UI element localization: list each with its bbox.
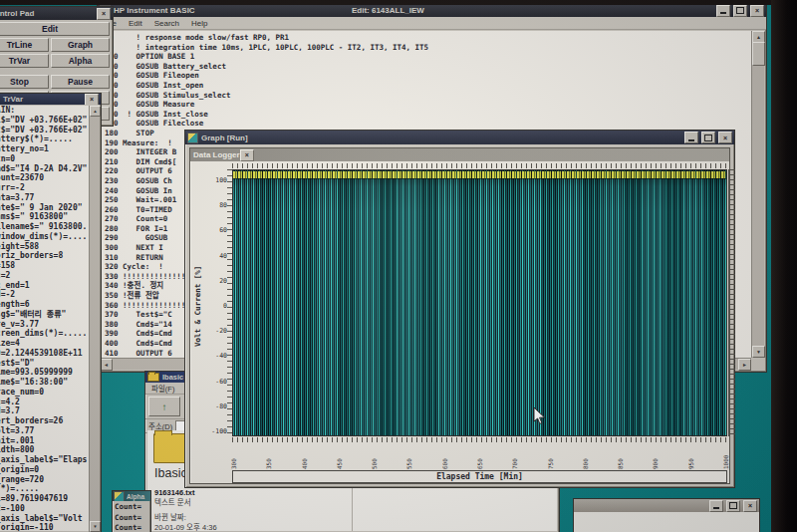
- alpha-button[interactable]: Alpha: [51, 54, 110, 68]
- x-tick-label: 350: [265, 443, 272, 469]
- folder-up-icon: ↑: [162, 401, 167, 412]
- graph-window: Graph [Run] × Data Logger × Volt & Curre…: [184, 130, 735, 488]
- maximize-button[interactable]: [733, 5, 747, 17]
- variable-line: X_origin=0: [0, 465, 89, 475]
- scroll-down-icon[interactable]: ▼: [752, 346, 765, 358]
- code-line: 110 GOSUB Battery_select: [105, 62, 751, 72]
- variable-line: Pre_v=3.77: [0, 320, 89, 330]
- x-tick-label: 650: [476, 443, 483, 469]
- y-tick-label: 100: [215, 177, 227, 183]
- graph-app-icon: [187, 133, 198, 143]
- background-window-titlebar: ×: [574, 499, 759, 512]
- y-tick-label: -100: [211, 428, 227, 434]
- variable-line: Test$="D": [0, 359, 89, 369]
- variable-line: Length=6: [0, 300, 89, 310]
- scroll-down-icon[interactable]: ▼: [90, 521, 101, 532]
- close-button[interactable]: ×: [97, 8, 111, 20]
- close-icon: ×: [102, 10, 106, 17]
- trvar-title: TrVar: [3, 95, 23, 104]
- maximize-button[interactable]: [726, 500, 740, 512]
- variable-line: A2$="DV +03.766E+02": [0, 126, 89, 135]
- selected-file-name: 9163146.txt: [154, 488, 217, 498]
- menu-item[interactable]: Search: [148, 19, 185, 28]
- x-tick-marks: [232, 437, 727, 442]
- alpha-output: Count=Count=Count=: [113, 501, 150, 532]
- graph-title: Graph [Run]: [201, 133, 248, 142]
- data-logger-title: Data Logger: [193, 150, 240, 159]
- scroll-right-icon[interactable]: ►: [738, 359, 751, 371]
- menu-item-file[interactable]: 파일(F): [145, 383, 180, 394]
- maximize-icon: [704, 134, 712, 141]
- monitor-bezel-right: [771, 0, 797, 532]
- menu-item[interactable]: Help: [185, 19, 213, 28]
- voltage-trace: [233, 171, 726, 178]
- x-tick-label: 900: [652, 443, 659, 469]
- data-logger-window: Data Logger × Volt & Current [%] 1008060…: [189, 147, 730, 484]
- editor-vertical-scrollbar[interactable]: ▲ ▼: [751, 31, 764, 358]
- minimize-button[interactable]: [709, 500, 723, 512]
- x-axis-label: Elapsed Time [Min]: [232, 470, 727, 483]
- variable-line: Msg$="배터리 종류": [0, 310, 89, 320]
- monitor-screen: HP Instrument BASIC Edit: 6143ALL_IEW × …: [0, 0, 797, 532]
- minimize-button[interactable]: [716, 5, 730, 17]
- scroll-up-icon[interactable]: ▲: [90, 106, 101, 117]
- variable-line: Y_origin=-110: [0, 523, 89, 531]
- trvar-scrollbar[interactable]: ▲ ▼: [89, 106, 100, 532]
- variable-line: Count=23670: [0, 173, 89, 183]
- code-line: 120 GOSUB Fileopen: [105, 71, 751, 81]
- variable-line: I=158: [0, 261, 89, 271]
- folder-up-button[interactable]: ↑: [148, 397, 180, 416]
- maximize-button[interactable]: [701, 132, 715, 143]
- alpha-line: Count=: [115, 502, 148, 513]
- close-button[interactable]: ×: [750, 5, 764, 17]
- minimize-icon: [720, 12, 726, 14]
- code-line: 80 ! response mode slow/fast RP0, PR1: [105, 33, 751, 43]
- variable-line: Width=800: [0, 445, 89, 455]
- trvar-window: TrVar × MAIN:A1$="DV +03.766E+02"A2$="DV…: [0, 93, 102, 532]
- graph-button[interactable]: Graph: [51, 38, 110, 52]
- variable-line: A1$="DV +03.766E+02": [0, 116, 89, 126]
- close-button[interactable]: ×: [743, 500, 757, 512]
- scrollbar-thumb[interactable]: [752, 42, 765, 66]
- trvar-button[interactable]: TrVar: [0, 54, 49, 68]
- variable-list[interactable]: MAIN:A1$="DV +03.766E+02"A2$="DV +03.766…: [0, 106, 89, 531]
- y-tick-label: 80: [219, 202, 227, 208]
- variable-line: T0=2.1244539108E+11: [0, 349, 89, 359]
- close-button[interactable]: ×: [85, 94, 99, 105]
- variable-line: Date$=" 9 Jan 2020": [0, 203, 89, 213]
- data-logger-titlebar: Data Logger ×: [190, 148, 729, 161]
- y-tick-label: 20: [219, 278, 227, 284]
- minimize-icon: [688, 139, 694, 141]
- spacer: [0, 70, 110, 73]
- y-tick-label: -20: [215, 328, 227, 334]
- variable-line: Height=588: [0, 242, 89, 252]
- y-tick-label: 40: [219, 253, 227, 259]
- close-button[interactable]: ×: [240, 149, 254, 161]
- selected-file-changed-label: 바뀐 날짜:: [154, 513, 217, 523]
- edit-button[interactable]: Edit: [0, 22, 110, 36]
- pause-button[interactable]: Pause: [51, 75, 110, 89]
- stop-button[interactable]: Stop: [0, 75, 49, 89]
- close-button[interactable]: ×: [718, 132, 732, 143]
- close-icon: ×: [748, 502, 752, 509]
- close-icon: ×: [245, 151, 249, 158]
- trline-button[interactable]: TrLine: [0, 38, 49, 52]
- y-tick-label: -40: [215, 353, 227, 359]
- variable-line: X_range=720: [0, 475, 89, 485]
- variable-line: Vc=4.2: [0, 398, 89, 407]
- mouse-cursor: [533, 407, 546, 425]
- variable-line: Data=3.77: [0, 193, 89, 203]
- code-line: 160 ! GOSUB Inst_close: [105, 110, 751, 120]
- menu-item[interactable]: Edit: [123, 19, 148, 28]
- x-tick-label: 550: [405, 443, 412, 469]
- variable-line: Y(*)=.....: [0, 484, 89, 494]
- alpha-line: Count=: [115, 513, 148, 524]
- code-line: 150 GOSUB Measure: [105, 100, 751, 110]
- top-axis-ruler: [232, 163, 727, 168]
- variable-line: Battery_no=1: [0, 144, 89, 154]
- variable-line: Trace_num=0: [0, 388, 89, 398]
- selected-file-changed-date: 20-01-09 오후 4:36: [154, 523, 217, 531]
- y-tick-label: 60: [219, 227, 227, 233]
- variable-line: Horiz_borders=8: [0, 251, 89, 261]
- minimize-button[interactable]: [684, 132, 698, 143]
